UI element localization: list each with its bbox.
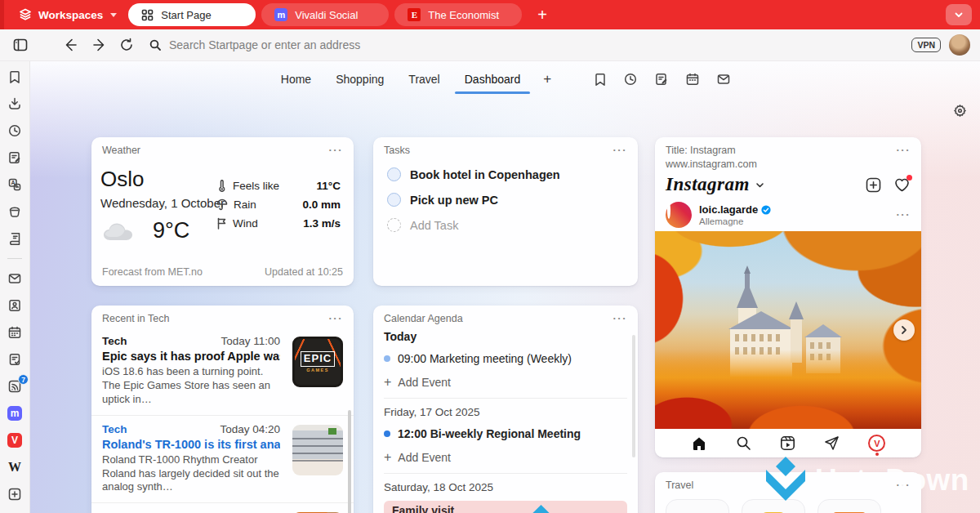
- widget-menu-button[interactable]: ···: [329, 315, 344, 322]
- forward-button[interactable]: [88, 34, 109, 56]
- calendar-event[interactable]: 09:00 Marketing meeting (Weekly): [384, 352, 627, 365]
- mastodon-icon: m: [11, 408, 20, 419]
- instagram-username-row[interactable]: loic.lagarde: [699, 203, 771, 216]
- widget-menu-button[interactable]: ···: [897, 147, 911, 154]
- profile-avatar[interactable]: [949, 34, 970, 56]
- news-thumbnail-epic-games: EPIC GAMES: [292, 337, 343, 387]
- add-webpanel-button[interactable]: [7, 487, 23, 502]
- nav-add-button[interactable]: +: [543, 71, 551, 87]
- tabbar-collapse-button[interactable]: [946, 4, 972, 25]
- notes-icon[interactable]: [654, 72, 669, 87]
- back-button[interactable]: [60, 34, 82, 56]
- speed-dial-tile[interactable]: [817, 499, 881, 513]
- news-headline: Roland's TR-1000 is its first analog dr…: [102, 438, 280, 451]
- news-item[interactable]: TechToday 04:20 Roland's TR-1000 is its …: [91, 415, 354, 503]
- vivaldi-webpanel-button[interactable]: V: [7, 433, 22, 448]
- add-task-row[interactable]: Add Task: [387, 218, 638, 232]
- translate-panel-button[interactable]: A: [7, 177, 23, 192]
- story-ring-avatar[interactable]: [666, 202, 692, 228]
- calendar-section-heading: Saturday, 18 Oct 2025: [384, 481, 627, 493]
- widget-scrollbar[interactable]: [632, 335, 635, 457]
- tab-strip: Start Page m Vivaldi Social E The Econom…: [128, 3, 547, 26]
- chevron-down-icon[interactable]: [755, 181, 764, 190]
- sessions-panel-button[interactable]: [7, 204, 23, 219]
- reading-list-panel-button[interactable]: [7, 231, 23, 246]
- add-event-label: Add Event: [398, 376, 451, 389]
- event-dot: [384, 355, 390, 362]
- vpn-button[interactable]: VPN: [911, 38, 941, 52]
- share-icon[interactable]: [824, 435, 840, 451]
- weather-temperature: 9°C: [153, 218, 189, 243]
- calendar-panel-button[interactable]: [7, 325, 23, 340]
- calendar-icon[interactable]: [685, 72, 700, 87]
- home-icon[interactable]: [691, 435, 707, 452]
- stat-label: Feels like: [233, 180, 311, 192]
- task-checkbox[interactable]: [387, 167, 401, 181]
- search-input[interactable]: [169, 38, 911, 51]
- tab-the-economist[interactable]: E The Economist: [394, 3, 522, 26]
- address-field[interactable]: [149, 38, 911, 51]
- mastodon-webpanel-button[interactable]: m: [7, 406, 22, 421]
- cloud-icon: [100, 219, 138, 243]
- add-event-button[interactable]: +Add Event: [384, 451, 627, 464]
- task-checkbox[interactable]: [387, 193, 401, 207]
- profile-vivaldi-avatar[interactable]: V: [868, 435, 885, 452]
- stat-label: Wind: [233, 217, 297, 230]
- instagram-logo[interactable]: Instagram: [666, 174, 750, 195]
- stat-label: Rain: [234, 199, 296, 211]
- news-item[interactable]: TechToday 11:00 Epic says it has proof A…: [91, 328, 354, 415]
- workspaces-button[interactable]: Workspaces: [18, 7, 117, 22]
- news-item[interactable]: TechToday 02:15 Here's where to preorder…: [91, 502, 354, 513]
- widget-scrollbar[interactable]: [348, 410, 351, 513]
- panel-toggle-button[interactable]: [10, 34, 31, 56]
- history-icon[interactable]: [623, 72, 638, 87]
- widget-menu-button[interactable]: ···: [897, 482, 911, 488]
- tab-title: Vivaldi Social: [295, 9, 358, 21]
- downloads-panel-button[interactable]: [7, 96, 23, 111]
- instagram-widget: Title: Instagram ··· www.instagram.com I…: [655, 137, 921, 457]
- speed-dial-tile[interactable]: [742, 499, 805, 513]
- widget-menu-button[interactable]: ···: [613, 315, 628, 322]
- search-icon[interactable]: [736, 435, 751, 451]
- weather-stats: Feels like 11°C Rain 0.0 mm Wind 1.3 m/s: [216, 180, 341, 230]
- tasks-panel-button[interactable]: [7, 352, 23, 367]
- tab-vivaldi-social[interactable]: m Vivaldi Social: [261, 3, 389, 26]
- notes-panel-button[interactable]: [7, 150, 23, 165]
- new-tab-button[interactable]: +: [537, 7, 547, 23]
- sidebar-divider: [7, 258, 22, 259]
- feeds-panel-button[interactable]: 7: [7, 379, 23, 394]
- contacts-panel-button[interactable]: [7, 298, 23, 313]
- nav-tab-shopping[interactable]: Shopping: [334, 68, 385, 91]
- wikipedia-webpanel-button[interactable]: W: [7, 460, 23, 475]
- post-menu-button[interactable]: ···: [897, 212, 911, 218]
- task-item[interactable]: Book hotel in Copenhagen: [387, 167, 638, 181]
- task-label: Pick up new PC: [410, 194, 498, 207]
- carousel-next-button[interactable]: [893, 319, 915, 341]
- wikipedia-icon: W: [8, 460, 21, 475]
- mail-panel-button[interactable]: [7, 271, 23, 286]
- tab-start-page[interactable]: Start Page: [128, 3, 256, 26]
- new-post-icon[interactable]: [865, 176, 882, 194]
- speed-dial-tile[interactable]: [666, 499, 729, 513]
- widget-menu-button[interactable]: ···: [613, 147, 628, 154]
- all-day-event-banner[interactable]: Family visit: [384, 501, 627, 513]
- reels-icon[interactable]: [780, 435, 795, 451]
- activity-heart-icon[interactable]: [893, 176, 911, 194]
- weather-widget: Weather ··· Oslo Wednesday, 1 October 9°…: [91, 137, 354, 286]
- task-item[interactable]: Pick up new PC: [387, 193, 638, 207]
- nav-tab-dashboard[interactable]: Dashboard: [463, 68, 523, 91]
- instagram-username: loic.lagarde: [699, 203, 758, 216]
- instagram-photo: [655, 231, 921, 429]
- mail-icon[interactable]: [716, 72, 731, 87]
- widget-menu-button[interactable]: ···: [329, 147, 344, 154]
- startpage-settings-button[interactable]: [953, 104, 967, 118]
- bookmarks-icon[interactable]: [594, 73, 607, 87]
- history-panel-button[interactable]: [7, 123, 23, 138]
- nav-tab-home[interactable]: Home: [279, 68, 313, 91]
- bookmarks-panel-button[interactable]: [7, 69, 23, 84]
- calendar-event[interactable]: 12:00 Bi-weekly Regional Meeting: [384, 427, 627, 440]
- add-event-button[interactable]: +Add Event: [384, 376, 627, 389]
- nav-tab-travel[interactable]: Travel: [407, 68, 441, 91]
- reload-button[interactable]: [116, 34, 137, 56]
- widget-title: Travel: [666, 480, 693, 491]
